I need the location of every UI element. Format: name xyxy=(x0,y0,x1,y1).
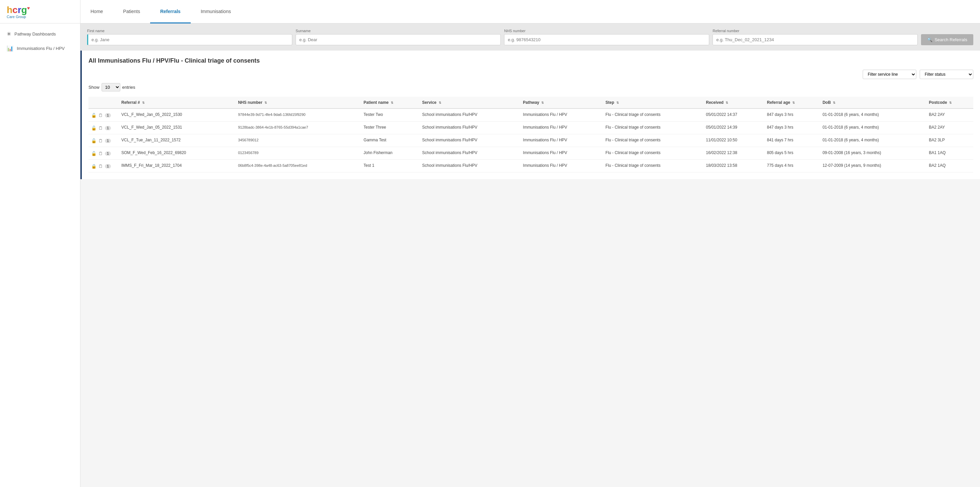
referral-number: VCL_F_Wed_Jan_05_2022_1530 xyxy=(119,108,235,122)
sidebar-item-pathway-dashboards[interactable]: ✳ Pathway Dashboards xyxy=(0,27,80,41)
first-name-field: First name xyxy=(87,29,292,45)
doc-icon: 🗒 xyxy=(99,113,103,118)
nav-referrals[interactable]: Referrals xyxy=(150,0,191,24)
nav-immunisations[interactable]: Immunisations xyxy=(191,0,241,24)
sidebar-item-immunisations[interactable]: 📊 Immunisations Flu / HPV xyxy=(0,41,80,56)
referral-number: SOM_F_Wed_Feb_16_2022_69820 xyxy=(119,147,235,160)
patient-name: John Fisherman xyxy=(361,147,420,160)
dob: 12-07-2009 (14 years, 9 months) xyxy=(820,160,926,173)
lock-icon: 🔒 xyxy=(91,164,97,169)
patient-name: Gamma Test xyxy=(361,134,420,147)
entries-select[interactable]: 10 25 50 100 xyxy=(102,83,120,92)
received: 11/01/2022 10:50 xyxy=(703,134,764,147)
main-layout: ✳ Pathway Dashboards 📊 Immunisations Flu… xyxy=(0,24,980,487)
search-bar: First name Surname NHS number Referral n… xyxy=(80,24,980,51)
nhs-number-label: NHS number xyxy=(504,29,709,33)
postcode: BA2 2AY xyxy=(926,122,973,134)
show-label: Show xyxy=(89,85,100,90)
doc-icon: 🗒 xyxy=(99,164,103,169)
content-area: All Immunisations Flu / HPV/Flu - Clinic… xyxy=(82,51,980,179)
pathway-icon: ✳ xyxy=(7,31,11,37)
col-service[interactable]: Service ⇅ xyxy=(420,97,520,108)
table-row[interactable]: 🔓 🗒 1 VCL_F_Wed_Jan_05_2022_1530 97844e3… xyxy=(89,108,973,122)
surname-input[interactable] xyxy=(296,34,501,45)
filter-status[interactable]: Filter status xyxy=(920,70,973,79)
table-row[interactable]: 🔒 🗒 1 IMMS_F_Fri_Mar_18_2022_1704 06b8f5… xyxy=(89,160,973,173)
immunisations-icon: 📊 xyxy=(7,45,13,52)
main-content: First name Surname NHS number Referral n… xyxy=(80,24,980,487)
col-ref-age[interactable]: Referral age ⇅ xyxy=(764,97,820,108)
postcode: BA2 2AY xyxy=(926,108,973,122)
surname-field: Surname xyxy=(296,29,501,45)
patient-name: Tester Two xyxy=(361,108,420,122)
referral-number-input[interactable] xyxy=(713,34,918,45)
referrals-table: Referral # ⇅ NHS number ⇅ Patient name ⇅… xyxy=(89,97,973,173)
referral-number-field: Referral number xyxy=(713,29,918,45)
col-nhs[interactable]: NHS number ⇅ xyxy=(235,97,361,108)
search-icon: 🔍 xyxy=(927,37,932,42)
nhs-number: 0123456789 xyxy=(235,147,361,160)
content-wrapper: All Immunisations Flu / HPV/Flu - Clinic… xyxy=(80,51,980,179)
service: School immunisations Flu/HPV xyxy=(420,160,520,173)
logo-subtitle: Care Group xyxy=(7,15,30,19)
step: Flu - Clinical triage of consents xyxy=(603,134,703,147)
nhs-number-input[interactable] xyxy=(504,34,709,45)
pathway: Immunisations Flu / HPV xyxy=(520,147,603,160)
col-pathway[interactable]: Pathway ⇅ xyxy=(520,97,603,108)
referral-age: 847 days 3 hrs xyxy=(764,122,820,134)
sidebar-item-label: Immunisations Flu / HPV xyxy=(17,46,65,51)
postcode: BA2 1AQ xyxy=(926,160,973,173)
nav-patients[interactable]: Patients xyxy=(113,0,150,24)
nhs-number: 06b8f5c4-398e-4a48-ac63-5a8705ee81ed xyxy=(235,160,361,173)
entries-label: entries xyxy=(123,85,135,90)
pathway: Immunisations Flu / HPV xyxy=(520,122,603,134)
dob: 01-01-2018 (6 years, 4 months) xyxy=(820,134,926,147)
service: School immunisations Flu/HPV xyxy=(420,134,520,147)
doc-icon: 🗒 xyxy=(99,151,103,156)
col-dob[interactable]: DoB ⇅ xyxy=(820,97,926,108)
badge: 1 xyxy=(105,151,111,156)
received: 16/02/2022 12:38 xyxy=(703,147,764,160)
nhs-number: 97844e39-9d71-4fe4-9da6-136fd15f9290 xyxy=(235,108,361,122)
postcode: BA2 3LP xyxy=(926,134,973,147)
service: School immunisations Flu/HPV xyxy=(420,122,520,134)
pathway: Immunisations Flu / HPV xyxy=(520,134,603,147)
service: School immunisations Flu/HPV xyxy=(420,108,520,122)
table-row[interactable]: 🔓 🗒 1 VCL_F_Wed_Jan_05_2022_1531 9128bad… xyxy=(89,122,973,134)
step: Flu - Clinical triage of consents xyxy=(603,160,703,173)
doc-icon: 🗒 xyxy=(99,138,103,143)
row-icons: 🔓 🗒 1 xyxy=(89,134,119,147)
filter-service-line[interactable]: Filter service line xyxy=(863,70,916,79)
patient-name: Tester Three xyxy=(361,122,420,134)
col-postcode[interactable]: Postcode ⇅ xyxy=(926,97,973,108)
surname-label: Surname xyxy=(296,29,501,33)
referral-number-label: Referral number xyxy=(713,29,918,33)
lock-icon: 🔓 xyxy=(91,125,97,131)
search-button[interactable]: 🔍 Search Referrals xyxy=(921,34,973,45)
nhs-number: 3456789012 xyxy=(235,134,361,147)
badge: 1 xyxy=(105,126,111,130)
col-step[interactable]: Step ⇅ xyxy=(603,97,703,108)
referral-number: VCL_F_Tue_Jan_11_2022_1572 xyxy=(119,134,235,147)
service: School immunisations Flu/HPV xyxy=(420,147,520,160)
sidebar: ✳ Pathway Dashboards 📊 Immunisations Flu… xyxy=(0,24,80,487)
postcode: BA1 1AQ xyxy=(926,147,973,160)
col-patient[interactable]: Patient name ⇅ xyxy=(361,97,420,108)
col-referral[interactable]: Referral # ⇅ xyxy=(119,97,235,108)
table-row[interactable]: 🔓 🗒 1 VCL_F_Tue_Jan_11_2022_1572 3456789… xyxy=(89,134,973,147)
top-navigation: hcrg♥ Care Group Home Patients Referrals… xyxy=(0,0,980,24)
search-button-label: Search Referrals xyxy=(934,37,967,42)
received: 05/01/2022 14:39 xyxy=(703,122,764,134)
sidebar-item-label: Pathway Dashboards xyxy=(14,32,56,36)
first-name-input[interactable] xyxy=(87,34,292,45)
nav-home[interactable]: Home xyxy=(80,0,113,24)
received: 18/03/2022 13:58 xyxy=(703,160,764,173)
referral-age: 805 days 5 hrs xyxy=(764,147,820,160)
logo-area: hcrg♥ Care Group xyxy=(0,0,80,23)
col-icons xyxy=(89,97,119,108)
table-row[interactable]: 🔓 🗒 1 SOM_F_Wed_Feb_16_2022_69820 012345… xyxy=(89,147,973,160)
lock-icon: 🔓 xyxy=(91,138,97,143)
col-received[interactable]: Received ⇅ xyxy=(703,97,764,108)
dob: 01-01-2018 (6 years, 4 months) xyxy=(820,122,926,134)
nhs-number: 9128badc-3864-4e1b-8765-55d394a1cae7 xyxy=(235,122,361,134)
